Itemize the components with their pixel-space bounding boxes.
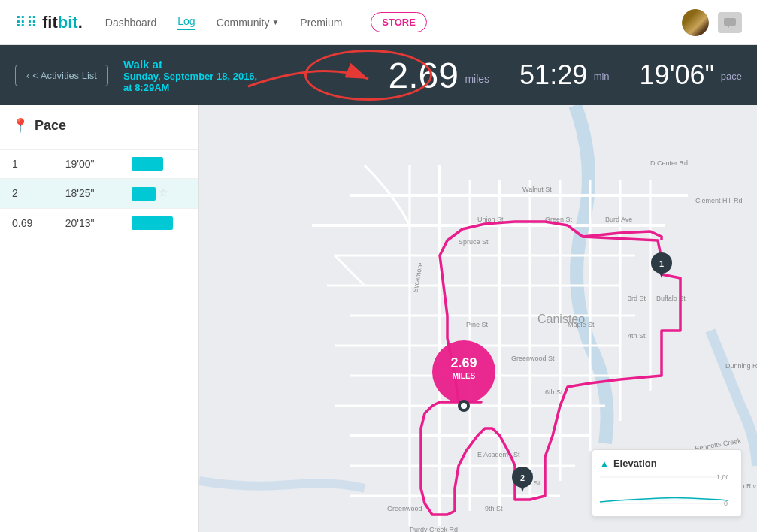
col-mile [0, 140, 53, 150]
elevation-triangle-icon: ▲ [600, 458, 609, 469]
mile-number: 0.69 [0, 208, 53, 237]
svg-point-58 [461, 403, 467, 409]
svg-text:E Academy St: E Academy St [477, 451, 520, 458]
pace-bar-cell [117, 150, 198, 179]
chat-icon[interactable] [718, 12, 742, 33]
store-button[interactable]: STORE [371, 12, 427, 32]
nav-links: Dashboard Log Community ▼ Premium STORE [105, 12, 682, 32]
svg-text:4th St: 4th St [628, 332, 646, 340]
avatar[interactable] [682, 9, 709, 36]
sidebar: 📍 Pace 1 19'00" 2 18'25" ☆ 0.69 [0, 105, 199, 532]
stat-distance: 2.69 miles [389, 55, 490, 96]
svg-rect-0 [724, 18, 736, 26]
logo-text: fitbit. [42, 13, 83, 32]
table-row: 1 19'00" [0, 150, 198, 179]
svg-text:3rd St: 3rd St [628, 295, 646, 302]
avatar-image [682, 9, 709, 36]
svg-text:Purdy Creek Rd: Purdy Creek Rd [410, 526, 458, 532]
logo-dots-icon: ⠿⠿ [15, 14, 38, 32]
stats-numbers: 2.69 miles 51:29 min 19'06" pace [389, 55, 742, 96]
main-content: 📍 Pace 1 19'00" 2 18'25" ☆ 0.69 [0, 105, 757, 532]
svg-text:Spruce St: Spruce St [459, 238, 489, 246]
pace-value: 20'13" [53, 208, 117, 237]
svg-text:1: 1 [659, 259, 664, 268]
pace-bar [132, 216, 173, 230]
svg-marker-1 [727, 26, 729, 28]
svg-text:9th St: 9th St [485, 505, 503, 512]
table-row: 2 18'25" ☆ [0, 179, 198, 208]
col-pace [53, 140, 117, 150]
star-icon[interactable]: ☆ [159, 186, 168, 198]
pace-value: 19'00" [53, 150, 117, 179]
svg-text:Burd Ave: Burd Ave [605, 216, 632, 223]
svg-text:MILES: MILES [453, 372, 476, 380]
svg-text:Walnut St: Walnut St [522, 186, 552, 193]
chevron-down-icon: ▼ [271, 18, 279, 26]
svg-text:1,000: 1,000 [716, 473, 728, 481]
svg-text:Greenwood St: Greenwood St [511, 355, 555, 362]
svg-text:Canisteo: Canisteo [537, 313, 585, 325]
svg-text:2: 2 [520, 473, 525, 482]
nav-community[interactable]: Community ▼ [217, 17, 280, 29]
table-row: 0.69 20'13" [0, 208, 198, 237]
svg-text:2.69: 2.69 [450, 355, 477, 370]
mile-number: 2 [0, 179, 53, 208]
stat-pace: 19'06" pace [640, 59, 742, 91]
nav-log[interactable]: Log [177, 15, 195, 30]
pace-bar-cell: ☆ [117, 179, 198, 208]
nav-dashboard[interactable]: Dashboard [105, 17, 157, 29]
logo[interactable]: ⠿⠿ fitbit. [15, 13, 83, 32]
pin-icon: 📍 [12, 117, 29, 134]
svg-text:Greenwood: Greenwood [387, 505, 422, 512]
elevation-title: ▲ Elevation [600, 458, 734, 469]
navbar: ⠿⠿ fitbit. Dashboard Log Community ▼ Pre… [0, 0, 757, 45]
svg-text:Pine St: Pine St [466, 321, 489, 328]
svg-text:D Center Rd: D Center Rd [650, 159, 688, 167]
pace-bar [132, 187, 156, 201]
map-container: Walnut St Union St Green St Burd Ave Spr… [199, 105, 757, 532]
col-bar [117, 140, 198, 150]
activity-info: Walk at Sunday, September 18, 2016, at 8… [123, 58, 257, 93]
mile-number: 1 [0, 150, 53, 179]
activities-list-button[interactable]: ‹ < Activities List [15, 65, 108, 86]
nav-right [682, 9, 742, 36]
pace-bar-cell [117, 208, 198, 237]
stat-time: 51:29 min [519, 59, 610, 91]
chevron-left-icon: ‹ [26, 70, 29, 81]
elevation-chart: 1,000 0 [600, 473, 734, 511]
svg-text:0: 0 [724, 500, 728, 507]
sidebar-header: 📍 Pace [0, 105, 198, 140]
stats-bar: ‹ < Activities List Walk at Sunday, Sept… [0, 45, 757, 105]
svg-text:Dunning Rd: Dunning Rd [725, 362, 757, 370]
pace-bar [132, 157, 163, 171]
elevation-card: ▲ Elevation 1,000 0 [592, 449, 742, 517]
svg-text:6th St: 6th St [545, 388, 563, 396]
nav-premium[interactable]: Premium [300, 17, 342, 29]
pace-value: 18'25" [53, 179, 117, 208]
svg-text:Clement Hill Rd: Clement Hill Rd [695, 197, 743, 204]
pace-table: 1 19'00" 2 18'25" ☆ 0.69 20'13" [0, 140, 198, 237]
